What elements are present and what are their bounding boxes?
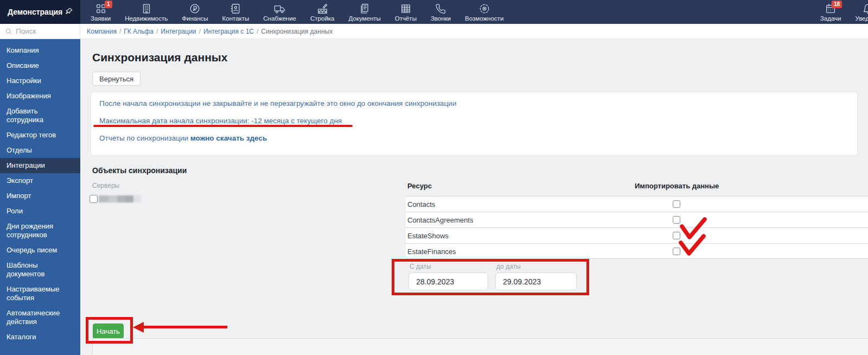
back-button[interactable]: Вернуться	[92, 72, 141, 86]
table-row-estate-finances: EstateFinances	[406, 243, 868, 259]
nav-item-documents[interactable]: Документы	[341, 0, 387, 24]
bell-icon	[862, 2, 868, 15]
sidebar-item-auto-actions[interactable]: Автоматические действия	[0, 306, 80, 329]
breadcrumb-company[interactable]: Компания	[87, 28, 117, 35]
nav-item-requests[interactable]: 1 Заявки	[84, 0, 118, 24]
sidebar-item-doc-templates[interactable]: Шаблоны документов	[0, 258, 80, 282]
import-checkbox-estate-finances[interactable]	[673, 248, 680, 255]
sidebar-item-custom-events[interactable]: Настраиваемые события	[0, 282, 80, 306]
requests-badge: 1	[105, 1, 112, 8]
sidebar-item-company[interactable]: Компания	[0, 43, 80, 58]
resource-name: EstateShows	[407, 232, 449, 240]
top-bar: Демонстрация 1 Заявки Недвижимость Финан…	[0, 0, 868, 24]
nav-item-finances[interactable]: Финансы	[175, 0, 215, 24]
pin-icon[interactable]	[65, 7, 73, 17]
sidebar: Компания Описание Настройки Изображения …	[0, 39, 80, 355]
nav-label: Снабжение	[263, 15, 296, 22]
sidebar-item-import[interactable]: Импорт	[0, 188, 80, 204]
workspace-switcher[interactable]: Демонстрация	[0, 0, 80, 24]
sync-objects-heading: Объекты синхронизации	[92, 166, 187, 175]
start-button[interactable]: Начать	[93, 324, 124, 339]
nav-item-contacts[interactable]: Контакты	[215, 0, 257, 24]
column-import-data: Импортировать данные	[635, 182, 719, 190]
nav-label: Документы	[348, 15, 380, 22]
server-name-redacted	[99, 195, 141, 202]
servers-label: Серверы	[92, 182, 119, 189]
nav-item-reports[interactable]: Отчёты	[388, 0, 424, 24]
nav-item-construction[interactable]: Стройка	[303, 0, 341, 24]
truck-icon	[273, 2, 286, 15]
nav-item-notifications[interactable]: Уведомл	[848, 0, 868, 24]
nav-item-calls[interactable]: Звонки	[424, 0, 458, 24]
sidebar-search	[0, 24, 80, 39]
table-row-contacts-agreements: ContactsAgreements	[406, 212, 868, 227]
sidebar-item-mail-queue[interactable]: Очередь писем	[0, 243, 80, 258]
annotation-arrow-line	[143, 326, 227, 328]
breadcrumb-separator: /	[257, 28, 258, 35]
breadcrumb-separator: /	[199, 28, 201, 35]
table-report-icon	[400, 2, 412, 15]
import-checkbox-contacts-agreements[interactable]	[673, 216, 680, 224]
nav-label: Звонки	[431, 15, 451, 22]
sidebar-item-integrations[interactable]: Интеграции	[0, 158, 80, 173]
import-checkbox-estate-shows[interactable]	[673, 232, 680, 239]
nav-item-supply[interactable]: Снабжение	[256, 0, 303, 24]
nav-label: Стройка	[310, 15, 334, 22]
nav-label: Уведомл	[855, 15, 868, 22]
table-row-contacts: Contacts	[406, 196, 868, 212]
sidebar-item-catalogs[interactable]: Каталоги	[0, 329, 80, 345]
breadcrumb-separator: /	[156, 28, 158, 35]
date-to-label: до даты	[496, 263, 521, 270]
nav-label: Задачи	[820, 15, 841, 22]
resources-table: Ресурс Импортировать данные Contacts Con…	[406, 179, 868, 259]
notice-line-2: Максимальная дата начала синхронизации: …	[99, 117, 342, 125]
resource-name: ContactsAgreements	[407, 216, 473, 224]
nav-label: Недвижимость	[125, 15, 168, 22]
notice-line-3: Отчеты по синхронизации можно скачать зд…	[99, 134, 267, 142]
breadcrumb-separator: /	[119, 28, 121, 35]
sidebar-item-tag-editor[interactable]: Редактор тегов	[0, 128, 80, 143]
nav-label: Возможности	[465, 15, 503, 22]
sidebar-item-add-employee[interactable]: Добавить сотрудника	[0, 104, 80, 128]
page-title: Синхронизация данных	[92, 51, 227, 64]
tasks-badge: 18	[832, 1, 842, 8]
download-reports-link[interactable]: можно скачать здесь	[190, 134, 267, 142]
date-to-input[interactable]	[495, 272, 577, 290]
sidebar-item-settings[interactable]: Настройки	[0, 73, 80, 88]
footer-panel	[92, 338, 868, 355]
breadcrumb-1c-integration[interactable]: Интеграция с 1С	[203, 28, 254, 35]
phone-icon	[435, 2, 446, 15]
server-checkbox[interactable]	[90, 195, 98, 203]
sidebar-item-images[interactable]: Изображения	[0, 88, 80, 104]
gear-icon	[478, 2, 490, 15]
import-checkbox-contacts[interactable]	[673, 200, 680, 208]
breadcrumb-gk-alfa[interactable]: ГК Альфа	[124, 28, 154, 35]
resources-table-header: Ресурс Импортировать данные	[406, 179, 868, 196]
ruble-icon	[189, 2, 201, 15]
sidebar-item-roles[interactable]: Роли	[0, 204, 80, 219]
nav-spacer	[510, 0, 813, 24]
main-content: Синхронизация данных Вернуться После нач…	[80, 39, 868, 355]
table-row-estate-shows: EstateShows	[406, 227, 868, 243]
notice-line-3-text: Отчеты по синхронизации	[99, 134, 190, 142]
building-icon	[141, 2, 152, 15]
resource-name: EstateFinances	[407, 248, 456, 256]
server-option-row	[90, 195, 141, 203]
nav-item-features[interactable]: Возможности	[458, 0, 510, 24]
breadcrumb: Компания / ГК Альфа / Интеграции / Интег…	[80, 24, 868, 39]
nav-item-tasks[interactable]: 18 Задачи	[813, 0, 848, 24]
workspace-name: Демонстрация	[8, 8, 62, 16]
sidebar-item-description[interactable]: Описание	[0, 58, 80, 73]
nav-label: Контакты	[222, 15, 250, 22]
calendar-tasks-icon: 18	[825, 2, 837, 15]
sidebar-item-departments[interactable]: Отделы	[0, 143, 80, 158]
documents-icon	[359, 2, 371, 15]
sidebar-item-export[interactable]: Экспорт	[0, 173, 80, 188]
search-input[interactable]	[16, 27, 75, 35]
notice-line-1: После начала синхронизации не закрывайте…	[99, 99, 456, 107]
nav-item-realestate[interactable]: Недвижимость	[118, 0, 175, 24]
sidebar-item-birthdays[interactable]: Дни рождения сотрудников	[0, 219, 80, 243]
date-from-input[interactable]	[409, 272, 488, 290]
column-resource: Ресурс	[407, 182, 432, 190]
breadcrumb-integrations[interactable]: Интеграции	[161, 28, 196, 35]
